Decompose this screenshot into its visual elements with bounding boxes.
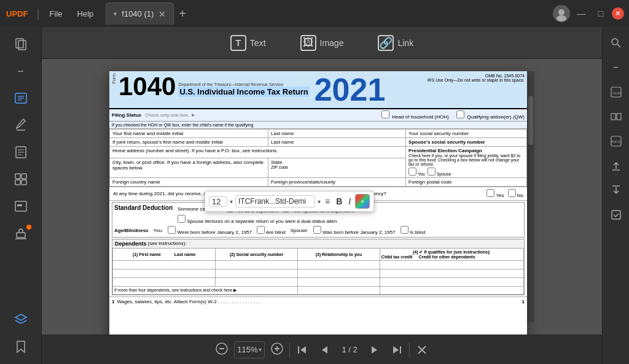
right-ocr-icon[interactable]: OCR xyxy=(605,81,627,103)
first-page-button[interactable] xyxy=(292,340,312,360)
spouse-itemizes-checkbox[interactable] xyxy=(178,215,186,223)
yes-checkbox[interactable] xyxy=(486,189,494,197)
last-page-button[interactable] xyxy=(387,340,407,360)
sidebar-form-icon[interactable] xyxy=(7,140,35,165)
sidebar-minus-icon[interactable]: − xyxy=(7,59,35,83)
text-align-button[interactable]: ≡ xyxy=(323,196,332,206)
right-share-icon[interactable] xyxy=(605,179,627,201)
dep-row3-qual xyxy=(380,278,523,287)
born-before-checkbox[interactable] xyxy=(168,226,176,234)
svg-line-36 xyxy=(617,44,620,47)
form-number: 1040 xyxy=(119,74,176,99)
foreign-country-cell: Foreign country name xyxy=(110,178,268,187)
dep-row-1 xyxy=(113,261,524,269)
spouse-born-checkbox[interactable] xyxy=(313,226,321,234)
right-pdfa-icon[interactable]: PDF/A xyxy=(605,130,627,152)
dep-row4-rel xyxy=(298,287,380,295)
dep-row2-ssn xyxy=(216,269,298,278)
menu-help[interactable]: Help xyxy=(70,0,101,27)
dep-row2-qual xyxy=(380,269,523,278)
close-icon xyxy=(417,345,427,355)
bold-button[interactable]: B xyxy=(334,196,344,206)
wages-field-num: 1 xyxy=(522,299,525,304)
zoom-dropdown[interactable]: ▾ xyxy=(259,346,262,353)
presidential-cell: Presidential Election Campaign Check her… xyxy=(406,147,527,178)
dep-row1-qual xyxy=(380,261,523,269)
dep-row2-rel xyxy=(298,269,380,278)
page-indicator: 1 / 2 xyxy=(337,345,362,354)
main-area: − xyxy=(0,27,629,364)
qw-checkbox[interactable] xyxy=(456,110,464,118)
svg-marker-30 xyxy=(372,346,377,354)
dep-col2-header: (2) Social security number xyxy=(216,249,298,261)
zoom-level-area: 115% ▾ xyxy=(234,341,265,358)
sidebar-annotate-icon[interactable] xyxy=(7,113,35,137)
form-title-area: Department of the Treasury—Internal Reve… xyxy=(178,74,309,106)
scroll-track[interactable] xyxy=(527,71,534,322)
hoh-checkbox[interactable] xyxy=(381,110,389,118)
svg-text:PDF/A: PDF/A xyxy=(611,140,620,144)
font-family-dropdown[interactable]: ▾ xyxy=(318,198,321,205)
prev-page-button[interactable] xyxy=(314,340,334,360)
italic-button[interactable]: I xyxy=(346,196,353,206)
spouse-ssn-cell: Spouse's social security number xyxy=(406,138,527,147)
spouse-checkbox[interactable] xyxy=(428,168,436,176)
color-picker-button[interactable]: ▾ xyxy=(355,194,370,209)
irs-use-label: IRS Use Only—Do not write or staple in t… xyxy=(428,78,525,82)
are-blind-checkbox[interactable] xyxy=(257,226,265,234)
form-title: U.S. Individual Income Tax Return xyxy=(178,87,309,97)
right-checkbox-icon[interactable] xyxy=(605,204,627,226)
dep-row3-rel xyxy=(298,278,380,287)
right-search-icon[interactable] xyxy=(605,32,627,54)
avatar-button[interactable] xyxy=(553,5,570,22)
tab-close-button[interactable]: ✕ xyxy=(158,9,166,19)
tab-add-button[interactable]: + xyxy=(174,7,191,21)
sidebar-organize-icon[interactable] xyxy=(7,167,35,192)
qw-checkbox-label[interactable]: Qualifying widow(er) (QW) xyxy=(456,114,525,120)
right-upload-icon[interactable] xyxy=(605,155,627,177)
image-tool-button[interactable]: 🖼 Image xyxy=(293,31,351,55)
next-page-button[interactable] xyxy=(365,340,385,360)
pdf-page: Form 1040 Department of the Treasury—Int… xyxy=(109,71,527,335)
no-checkbox[interactable] xyxy=(508,189,516,197)
is-blind-checkbox[interactable] xyxy=(400,226,408,234)
right-scan-icon[interactable] xyxy=(605,106,627,128)
form-year: 2021 xyxy=(310,74,391,106)
dep-row3-ssn xyxy=(216,278,298,287)
spouse-first-name-cell: If joint return, spouse's first name and… xyxy=(110,138,268,147)
minimize-button[interactable]: — xyxy=(572,5,590,22)
dep-row-3 xyxy=(113,278,524,287)
link-tool-button[interactable]: 🔗 Link xyxy=(370,31,421,55)
close-button[interactable]: ✕ xyxy=(612,7,624,20)
city-cell: City, town, or post office. If you have … xyxy=(110,158,268,178)
font-size-field[interactable]: 12 xyxy=(209,196,227,207)
scroll-thumb[interactable] xyxy=(528,96,533,145)
sidebar-stamp-icon[interactable] xyxy=(7,221,35,246)
sidebar-pages-icon[interactable] xyxy=(7,32,35,56)
maximize-button[interactable]: □ xyxy=(592,5,609,22)
sidebar-layers-icon[interactable] xyxy=(7,308,35,332)
right-minus-icon[interactable]: − xyxy=(605,56,627,79)
sidebar-redact-icon[interactable] xyxy=(7,194,35,219)
close-toolbar-button[interactable] xyxy=(412,340,432,360)
yes-no-area: Yes No xyxy=(486,189,523,198)
hoh-checkbox-label[interactable]: Head of household (HOH) xyxy=(381,114,450,120)
zoom-out-button[interactable] xyxy=(212,340,232,360)
first-page-icon xyxy=(297,345,307,355)
text-tool-button[interactable]: T Text xyxy=(223,31,273,55)
sidebar-bookmark-icon[interactable] xyxy=(7,335,35,359)
you-checkbox[interactable] xyxy=(408,168,416,176)
form-table: Your first name and middle initial Last … xyxy=(109,129,527,187)
wages-text: Wages, salaries, tips, etc. Attach Form(… xyxy=(117,299,260,304)
sidebar-edit-icon[interactable] xyxy=(7,86,35,110)
dep-if-more: If more than four dependents, see instru… xyxy=(113,287,298,295)
wages-row: 1 Wages, salaries, tips, etc. Attach For… xyxy=(109,296,527,306)
tab-dropdown-arrow[interactable]: ▾ xyxy=(114,10,117,17)
svg-rect-14 xyxy=(21,174,26,179)
text-formatting-toolbar: 12 ▾ ITCFrank...Std-Demi ▾ ≡ B I ▾ xyxy=(205,191,374,212)
tab-f1040[interactable]: ▾ f1040 (1) ✕ xyxy=(106,2,174,25)
font-size-dropdown[interactable]: ▾ xyxy=(230,198,233,205)
menu-file[interactable]: File xyxy=(42,0,70,27)
zoom-in-button[interactable] xyxy=(267,340,287,360)
font-family-field[interactable]: ITCFrank...Std-Demi xyxy=(235,195,315,207)
